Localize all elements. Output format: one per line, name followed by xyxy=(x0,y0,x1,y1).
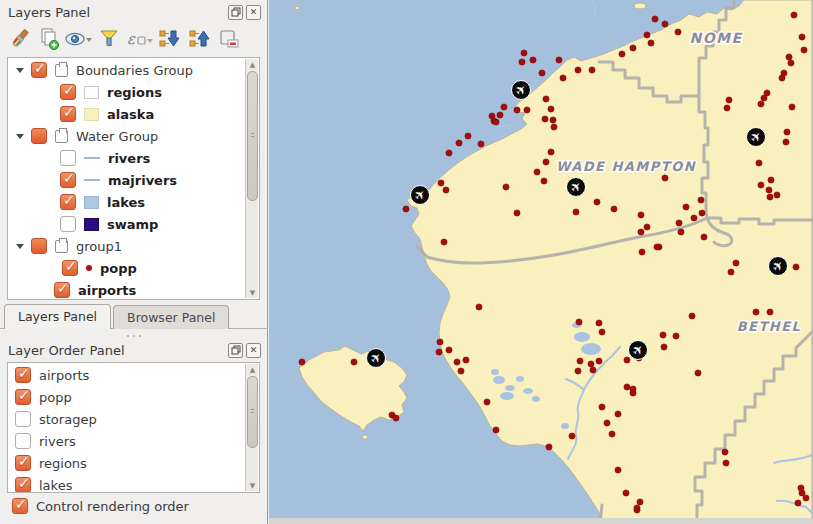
layer-tree-scrollbar[interactable]: ▲ ▼ xyxy=(245,59,258,298)
layer-label: lakes xyxy=(39,478,72,493)
add-group-icon[interactable] xyxy=(34,26,64,52)
popp-point xyxy=(609,431,615,437)
popp-point xyxy=(437,339,443,345)
visibility-checkbox[interactable] xyxy=(60,172,76,188)
order-item-popp[interactable]: popp xyxy=(8,386,245,408)
order-item-lakes[interactable]: lakes xyxy=(8,474,245,493)
layers-panel-toolbar: ε xyxy=(0,24,267,54)
layer-label: Boundaries Group xyxy=(76,63,193,78)
control-rendering-order-checkbox[interactable] xyxy=(12,498,28,514)
popp-point xyxy=(546,444,552,450)
layer-item-airports[interactable]: airports xyxy=(8,279,245,300)
popp-point xyxy=(624,357,630,363)
layer-styling-brush-icon[interactable] xyxy=(4,26,34,52)
layer-group-group1[interactable]: group1 xyxy=(8,235,245,257)
popp-point xyxy=(534,169,540,175)
float-panel-icon[interactable] xyxy=(228,5,243,20)
close-panel-icon[interactable]: ✕ xyxy=(246,5,261,20)
popp-point xyxy=(789,104,795,110)
popp-point xyxy=(639,249,645,255)
layer-group-boundaries-group[interactable]: Boundaries Group xyxy=(8,59,245,81)
collapse-arrow-icon[interactable] xyxy=(16,244,24,249)
popp-point xyxy=(637,499,643,505)
visibility-checkbox[interactable] xyxy=(62,260,78,276)
popp-point xyxy=(722,449,728,455)
visibility-checkbox[interactable] xyxy=(15,477,31,493)
visibility-checkbox[interactable] xyxy=(15,455,31,471)
control-rendering-order-row[interactable]: Control rendering order xyxy=(12,498,189,514)
popp-point xyxy=(630,390,636,396)
scroll-down-icon[interactable]: ▼ xyxy=(247,287,258,298)
collapse-all-icon[interactable] xyxy=(184,26,214,52)
layer-item-popp[interactable]: popp xyxy=(8,257,245,279)
visibility-checkbox[interactable] xyxy=(31,128,47,144)
group-icon xyxy=(55,64,68,77)
popp-point xyxy=(493,119,499,125)
visibility-checkbox[interactable] xyxy=(60,106,76,122)
map-canvas[interactable]: ✈✈✈✈✈✈✈ NOMEWADE HAMPTONBETHEL xyxy=(269,0,813,524)
popp-point xyxy=(768,177,774,183)
visibility-checkbox[interactable] xyxy=(15,367,31,383)
expand-all-icon[interactable] xyxy=(154,26,184,52)
popp-point xyxy=(788,60,794,66)
airport-symbol-icon: ✈ xyxy=(411,186,430,205)
expression-filter-icon[interactable]: ε xyxy=(124,26,154,52)
layer-symbol-swatch xyxy=(84,108,99,121)
float-panel-icon[interactable] xyxy=(228,343,243,358)
scroll-up-icon[interactable]: ▲ xyxy=(247,364,258,375)
visibility-checkbox[interactable] xyxy=(15,389,31,405)
layer-label: regions xyxy=(39,456,87,471)
layer-item-lakes[interactable]: lakes xyxy=(8,191,245,213)
tab-browser-panel[interactable]: Browser Panel xyxy=(113,305,229,329)
order-item-storagep[interactable]: storagep xyxy=(8,408,245,430)
order-item-airports[interactable]: airports xyxy=(8,364,245,386)
lake xyxy=(500,392,514,400)
scrollbar-thumb[interactable] xyxy=(247,376,258,448)
layer-item-alaska[interactable]: alaska xyxy=(8,103,245,125)
visibility-checkbox[interactable] xyxy=(15,433,31,449)
map-themes-eye-icon[interactable] xyxy=(64,26,94,52)
bottom-strip xyxy=(269,518,813,524)
islet xyxy=(634,3,646,9)
layer-item-majrivers[interactable]: majrivers xyxy=(8,169,245,191)
visibility-checkbox[interactable] xyxy=(60,216,76,232)
layer-symbol-swatch xyxy=(84,179,100,181)
filter-legend-icon[interactable] xyxy=(94,26,124,52)
collapse-arrow-icon[interactable] xyxy=(16,134,24,139)
popp-point xyxy=(403,206,409,212)
popp-point xyxy=(644,32,650,38)
popp-point xyxy=(556,57,562,63)
scrollbar-thumb[interactable] xyxy=(247,71,258,201)
visibility-checkbox[interactable] xyxy=(60,84,76,100)
layer-group-water-group[interactable]: Water Group xyxy=(8,125,245,147)
visibility-checkbox[interactable] xyxy=(60,194,76,210)
layer-symbol-swatch xyxy=(84,218,99,231)
popp-point xyxy=(689,313,695,319)
visibility-checkbox[interactable] xyxy=(31,62,47,78)
scroll-up-icon[interactable]: ▲ xyxy=(247,59,258,70)
order-item-rivers[interactable]: rivers xyxy=(8,430,245,452)
popp-point xyxy=(543,159,549,165)
popp-point xyxy=(575,67,581,73)
scroll-down-icon[interactable]: ▼ xyxy=(247,480,258,491)
layers-panel-title: Layers Panel xyxy=(8,5,225,20)
remove-layer-icon[interactable] xyxy=(214,26,244,52)
order-item-regions[interactable]: regions xyxy=(8,452,245,474)
collapse-arrow-icon[interactable] xyxy=(16,68,24,73)
visibility-checkbox[interactable] xyxy=(60,150,76,166)
layer-order-scrollbar[interactable]: ▲ ▼ xyxy=(245,364,258,491)
visibility-checkbox[interactable] xyxy=(31,238,47,254)
layer-order-titlebar: Layer Order Panel ✕ xyxy=(0,338,267,362)
popp-point xyxy=(662,21,668,27)
layer-item-swamp[interactable]: swamp xyxy=(8,213,245,235)
layers-panel-titlebar: Layers Panel ✕ xyxy=(0,0,267,24)
tab-layers-panel[interactable]: Layers Panel xyxy=(4,304,111,329)
layer-item-rivers[interactable]: rivers xyxy=(8,147,245,169)
svg-text:ε: ε xyxy=(127,30,136,48)
visibility-checkbox[interactable] xyxy=(54,282,70,298)
popp-point xyxy=(733,260,739,266)
visibility-checkbox[interactable] xyxy=(15,411,31,427)
layer-item-regions[interactable]: regions xyxy=(8,81,245,103)
close-panel-icon[interactable]: ✕ xyxy=(246,343,261,358)
airport-symbol-icon: ✈ xyxy=(769,257,788,276)
